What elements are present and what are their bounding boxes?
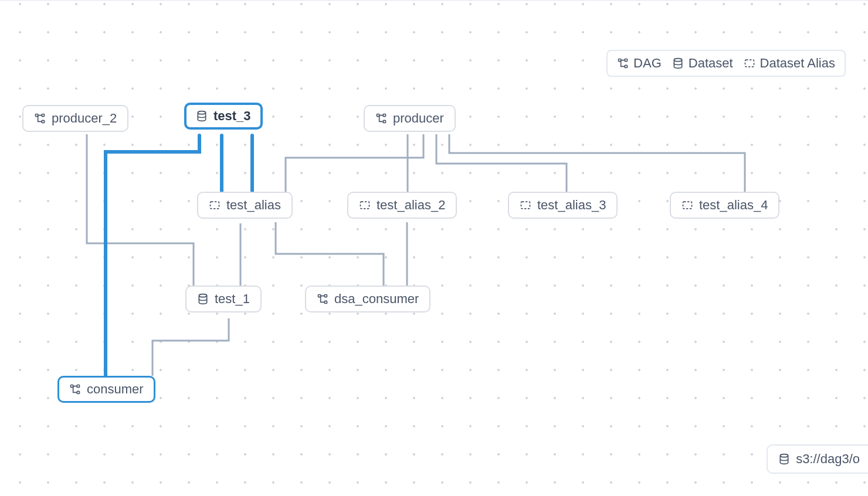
node-producer-2[interactable]: producer_2 — [22, 105, 128, 132]
node-label: producer_2 — [52, 112, 117, 125]
hover-tooltip: s3://dag3/o — [767, 444, 868, 474]
alias-icon — [359, 199, 371, 211]
node-test-alias[interactable]: test_alias — [197, 192, 293, 219]
node-label: test_alias_4 — [699, 199, 768, 212]
node-test-alias-3[interactable]: test_alias_3 — [508, 192, 618, 219]
database-icon — [196, 110, 208, 122]
legend: DAG Dataset Dataset Alias — [606, 50, 846, 77]
database-icon — [197, 293, 209, 305]
node-test-3[interactable]: test_3 — [184, 103, 263, 130]
dag-icon — [317, 293, 328, 305]
node-test-alias-4[interactable]: test_alias_4 — [670, 192, 779, 219]
node-label: test_alias — [226, 199, 281, 212]
node-label: test_alias_2 — [377, 199, 445, 212]
node-label: dsa_consumer — [334, 293, 419, 305]
legend-alias-label: Dataset Alias — [760, 56, 835, 71]
node-producer[interactable]: producer — [364, 105, 456, 132]
node-test-1[interactable]: test_1 — [185, 286, 262, 312]
database-icon — [778, 453, 790, 465]
node-dsa-consumer[interactable]: dsa_consumer — [305, 286, 430, 312]
node-test-alias-2[interactable]: test_alias_2 — [347, 192, 457, 219]
database-icon — [672, 57, 684, 69]
alias-icon — [681, 199, 693, 211]
legend-item-dag: DAG — [617, 56, 662, 71]
tooltip-text: s3://dag3/o — [796, 451, 860, 467]
legend-item-dataset: Dataset — [672, 56, 733, 71]
dag-icon — [375, 113, 387, 124]
alias-icon — [520, 199, 531, 211]
node-label: test_3 — [213, 110, 251, 123]
node-label: consumer — [87, 383, 144, 396]
node-label: test_1 — [215, 293, 250, 305]
legend-dataset-label: Dataset — [689, 56, 733, 71]
graph-canvas[interactable]: DAG Dataset Dataset Alias producer_2 tes… — [0, 0, 868, 496]
legend-dag-label: DAG — [633, 56, 662, 71]
dag-icon — [34, 113, 46, 124]
dag-icon — [617, 57, 629, 69]
alias-icon — [744, 57, 755, 69]
alias-icon — [209, 199, 221, 211]
node-label: test_alias_3 — [537, 199, 606, 212]
legend-item-alias: Dataset Alias — [744, 56, 835, 71]
dag-icon — [69, 383, 81, 395]
node-label: producer — [393, 112, 444, 125]
node-consumer[interactable]: consumer — [57, 376, 155, 403]
